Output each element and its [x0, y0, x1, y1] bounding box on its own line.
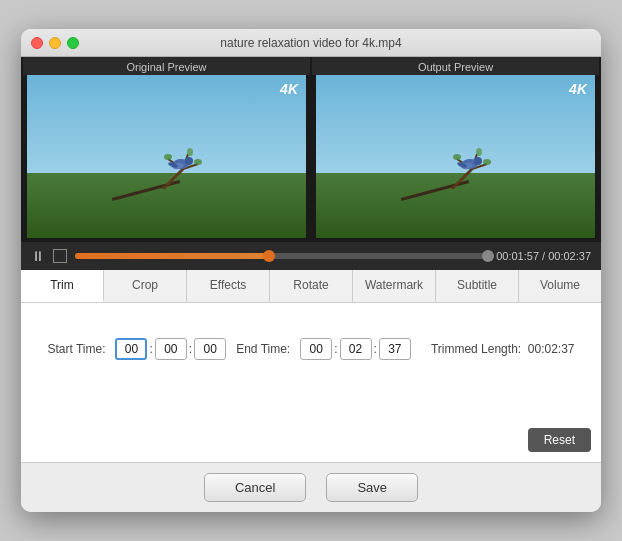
- original-video-frame: 4K: [27, 75, 306, 238]
- output-video-frame: 4K: [316, 75, 595, 238]
- video-bird-original: [143, 144, 203, 189]
- end-minute-input[interactable]: [340, 338, 372, 360]
- tab-effects[interactable]: Effects: [187, 270, 270, 302]
- bottom-section: Cancel Save: [21, 462, 601, 512]
- cancel-button[interactable]: Cancel: [204, 473, 306, 502]
- output-4k-badge: 4K: [569, 81, 587, 97]
- svg-point-19: [483, 159, 491, 165]
- window-title: nature relaxation video for 4k.mp4: [220, 36, 401, 50]
- tab-trim[interactable]: Trim: [21, 270, 104, 302]
- svg-line-11: [452, 169, 472, 189]
- progress-thumb[interactable]: [263, 250, 275, 262]
- output-preview-panel: Output Preview 4K: [312, 57, 599, 242]
- tab-subtitle[interactable]: Subtitle: [436, 270, 519, 302]
- start-hour-input[interactable]: [115, 338, 147, 360]
- svg-point-8: [194, 159, 202, 165]
- start-second-input[interactable]: [194, 338, 226, 360]
- tab-volume[interactable]: Volume: [519, 270, 601, 302]
- progress-bar[interactable]: [75, 253, 488, 259]
- tab-watermark[interactable]: Watermark: [353, 270, 436, 302]
- original-4k-badge: 4K: [280, 81, 298, 97]
- video-bird-output: [432, 144, 492, 189]
- main-window: nature relaxation video for 4k.mp4 Origi…: [21, 29, 601, 512]
- close-button[interactable]: [31, 37, 43, 49]
- video-section: Original Preview: [21, 57, 601, 242]
- save-button[interactable]: Save: [326, 473, 418, 502]
- traffic-lights: [31, 37, 79, 49]
- reset-button[interactable]: Reset: [528, 428, 591, 452]
- play-button[interactable]: ⏸: [31, 248, 45, 264]
- end-time-input-group: : :: [300, 338, 411, 360]
- progress-section: ⏸ 00:01:57 / 00:02:37: [21, 242, 601, 270]
- svg-point-21: [476, 148, 482, 156]
- maximize-button[interactable]: [67, 37, 79, 49]
- titlebar: nature relaxation video for 4k.mp4: [21, 29, 601, 57]
- trim-content: Start Time: : : End Time: : : Trimmed Le…: [21, 303, 601, 423]
- end-second-input[interactable]: [379, 338, 411, 360]
- svg-point-5: [185, 157, 193, 165]
- reset-section: Reset: [21, 423, 601, 462]
- time-display: 00:01:57 / 00:02:37: [496, 250, 591, 262]
- end-hour-input[interactable]: [300, 338, 332, 360]
- progress-end-thumb[interactable]: [482, 250, 494, 262]
- progress-fill: [75, 253, 269, 259]
- start-time-input-group: : :: [115, 338, 226, 360]
- trim-controls: Start Time: : : End Time: : : Trimmed Le…: [41, 323, 581, 375]
- svg-point-16: [474, 157, 482, 165]
- svg-point-10: [187, 148, 193, 156]
- start-time-label: Start Time:: [47, 342, 105, 356]
- tab-rotate[interactable]: Rotate: [270, 270, 353, 302]
- start-minute-input[interactable]: [155, 338, 187, 360]
- original-preview-label: Original Preview: [23, 57, 310, 75]
- output-preview-label: Output Preview: [312, 57, 599, 75]
- tabs-section: Trim Crop Effects Rotate Watermark Subti…: [21, 270, 601, 303]
- svg-point-9: [164, 154, 172, 160]
- svg-line-0: [163, 169, 183, 189]
- original-preview-panel: Original Preview: [23, 57, 310, 242]
- minimize-button[interactable]: [49, 37, 61, 49]
- tab-crop[interactable]: Crop: [104, 270, 187, 302]
- trimmed-length-label: Trimmed Length: 00:02:37: [431, 342, 575, 356]
- stop-button[interactable]: [53, 249, 67, 263]
- svg-point-20: [453, 154, 461, 160]
- end-time-label: End Time:: [236, 342, 290, 356]
